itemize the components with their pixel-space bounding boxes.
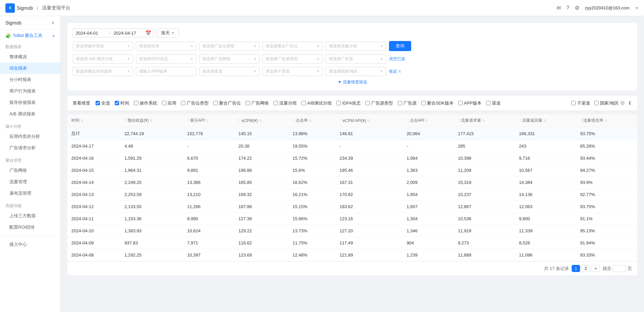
more-filters-hint[interactable]: ▼ 流量维度筛选 — [73, 79, 632, 85]
select-country[interactable]: 请选择国家/地区 ▼ — [326, 67, 386, 76]
checkbox-traffic-group[interactable]: 流量分组 — [274, 100, 297, 106]
cell-show-api-7: 10,624 — [183, 225, 235, 237]
sidebar-item-retention[interactable]: 留存价值报表 — [0, 97, 60, 108]
date-range-picker[interactable]: → 📅 — [73, 29, 154, 37]
page-btn-1[interactable]: 1 — [572, 265, 580, 272]
cell-revenue-0: 4.48 — [120, 140, 183, 152]
checkbox-ad-slot-type[interactable]: 广告位类型 — [181, 100, 209, 106]
checkbox-channel[interactable]: 渠道 — [486, 100, 501, 106]
user-dropdown-icon[interactable]: ▼ — [635, 6, 639, 10]
input-app-version[interactable]: 请输入APP版本 — [136, 67, 196, 76]
sort-show-icon[interactable]: ⇅ — [206, 119, 209, 122]
cell-click-api-7: 1,346 — [402, 225, 454, 237]
checkbox-idfa[interactable]: IDFA状态 — [336, 100, 361, 106]
page-btn-next[interactable]: > — [591, 265, 600, 272]
sidebar-item-roi[interactable]: 配置ROI回传 — [0, 222, 60, 233]
select-sdk-version[interactable]: 请选择聚合SDK版本 ▼ — [73, 67, 133, 76]
cell-ecpm-6: 127.39 — [235, 213, 289, 225]
date-start-input[interactable] — [76, 31, 105, 36]
cell-return-9: 11,096 — [515, 249, 576, 261]
sidebar-item-ab-test[interactable]: A/B 测试报表 — [0, 108, 60, 120]
select-ad-network[interactable]: 请选择广告网络 ▼ — [199, 54, 260, 64]
checkbox-sub-channel[interactable]: 子渠道 — [571, 100, 590, 106]
sidebar-item-waterfall[interactable]: 瀑布流管理 — [0, 188, 60, 199]
sidebar-item-inapp-bid[interactable]: 应用内竞价分析 — [0, 131, 60, 142]
filter-card: → 📅 按天 ▼ 请选择操作系统 ▼ 请选择应用 ▼ — [67, 23, 637, 90]
sidebar-item-overview[interactable]: 整体概况 — [0, 51, 60, 63]
sort-fill-icon[interactable]: ⇅ — [604, 119, 607, 122]
cell-click-api-2: 1,363 — [402, 164, 454, 177]
help-ecpm-icon[interactable]: ? — [239, 119, 241, 123]
sort-ctr-icon[interactable]: ⇅ — [309, 119, 312, 122]
select-os[interactable]: 请选择操作系统 ▼ — [73, 42, 133, 51]
help-return-icon[interactable]: ? — [519, 119, 521, 123]
sidebar-item-ad-request[interactable]: 广告请求分析 — [0, 142, 60, 154]
page-btn-2[interactable]: 2 — [581, 265, 590, 272]
help-ecpm-api-icon[interactable]: ? — [339, 119, 342, 123]
sidebar-item-traffic-manage[interactable]: 流量管理 — [0, 176, 60, 188]
query-button[interactable]: 查询 — [389, 41, 411, 51]
sort-ecpm-api-icon[interactable]: ⇅ — [367, 119, 370, 122]
select-channel[interactable]: 请选择渠道 ▼ — [199, 67, 260, 76]
sort-request-icon[interactable]: ⇅ — [482, 119, 485, 122]
checkbox-time[interactable]: 时间 — [115, 100, 129, 106]
select-ab-group[interactable]: 请选择 A/B 测试分组 ▼ — [73, 54, 133, 64]
help-show-icon[interactable]: ? — [187, 119, 189, 123]
help-icon[interactable]: ? — [566, 5, 569, 11]
sort-revenue-icon[interactable]: ⇅ — [150, 119, 152, 122]
day-btn[interactable]: 按天 ▼ — [157, 28, 179, 38]
mail-icon[interactable]: ✉ — [557, 5, 561, 11]
page-jump-input[interactable] — [613, 265, 626, 272]
sort-time-icon[interactable]: ⇅ — [80, 119, 83, 122]
cell-return-8: 8,526 — [515, 237, 576, 249]
calendar-icon[interactable]: 📅 — [145, 30, 151, 36]
sidebar-item-upload-data[interactable]: 上传三方数据 — [0, 210, 60, 222]
table-download-icon[interactable]: ⬇ — [628, 100, 632, 106]
sort-click-api-icon[interactable]: ⇅ — [425, 119, 428, 122]
collapse-button[interactable]: 收起 ∧ — [389, 69, 401, 74]
select-ad-type[interactable]: 请选择广告位类型 ▼ — [199, 42, 260, 51]
settings-icon[interactable]: ⚙ — [575, 5, 579, 11]
help-request-icon[interactable]: ? — [458, 119, 460, 123]
checkbox-ad-source-type[interactable]: 广告源类型 — [365, 100, 393, 106]
help-revenue-icon[interactable]: ? — [124, 119, 127, 123]
checkbox-ab-test[interactable]: A/B测试分组 — [301, 100, 332, 106]
select-traffic-group[interactable]: 请选择流量分组 ▼ — [326, 42, 386, 51]
sidebar-brand[interactable]: Sigmob ▼ — [0, 16, 60, 30]
select-ad-source-type[interactable]: 请选择广告源类型 ▼ — [262, 54, 323, 64]
sidebar-item-user-behavior[interactable]: 用户行为报表 — [0, 85, 60, 97]
checkbox-all[interactable]: 全选 — [96, 100, 110, 106]
select-agg-ad[interactable]: 请选择聚合广告位 ▼ — [262, 42, 323, 51]
help-click-api-icon[interactable]: ? — [406, 119, 408, 123]
sidebar-item-integration[interactable]: 接入中心 — [0, 239, 60, 250]
help-ctr-icon[interactable]: ? — [292, 119, 294, 123]
clear-button[interactable]: 清空已选 — [389, 56, 405, 62]
sidebar-item-ad-network[interactable]: 广告网络 — [0, 165, 60, 176]
total-records: 共 17 条记录 — [544, 266, 569, 272]
select-ad-source[interactable]: 请选择广告源 ▼ — [326, 54, 386, 64]
checkbox-ad-network[interactable]: 广告网络 — [246, 100, 269, 106]
sidebar-item-hourly[interactable]: 分小时报表 — [0, 74, 60, 85]
cell-click-api-6: 1,304 — [402, 213, 454, 225]
sidebar-item-comprehensive[interactable]: 综合报表 — [0, 63, 60, 74]
date-end-input[interactable] — [114, 31, 143, 36]
sort-ecpm-icon[interactable]: ⇅ — [259, 119, 261, 122]
sidebar-brand-arrow: ▼ — [51, 21, 55, 25]
select-app[interactable]: 请选择应用 ▼ — [136, 42, 196, 51]
checkbox-country[interactable]: 国家/地区 — [594, 100, 619, 106]
select-idfa[interactable]: 请选择IDFA状态 ▼ — [136, 54, 196, 64]
checkbox-sdk-version[interactable]: 聚合SDK版本 — [421, 100, 454, 106]
select-sub-channel[interactable]: 请选择子渠道 ▼ — [262, 67, 323, 76]
cell-revenue-8: 937.83 — [120, 237, 183, 249]
checkbox-app-version[interactable]: APP版本 — [458, 100, 481, 106]
table-settings-icon[interactable]: ⚙ — [620, 100, 625, 106]
col-time: 时间 ⇅ — [67, 114, 120, 127]
checkbox-agg-ad-slot[interactable]: 聚合广告位 — [213, 100, 241, 106]
checkbox-app[interactable]: 应用 — [162, 100, 176, 106]
cell-fill-rate-2: 94.27% — [576, 164, 637, 177]
checkbox-os[interactable]: 操作系统 — [134, 100, 157, 106]
sidebar-group-tobid[interactable]: 🧩 ToBid 聚合工具 ∧ — [0, 30, 60, 40]
sort-return-icon[interactable]: ⇅ — [543, 119, 546, 122]
help-fill-icon[interactable]: ? — [580, 119, 582, 123]
checkbox-ad-source[interactable]: 广告源 — [398, 100, 417, 106]
